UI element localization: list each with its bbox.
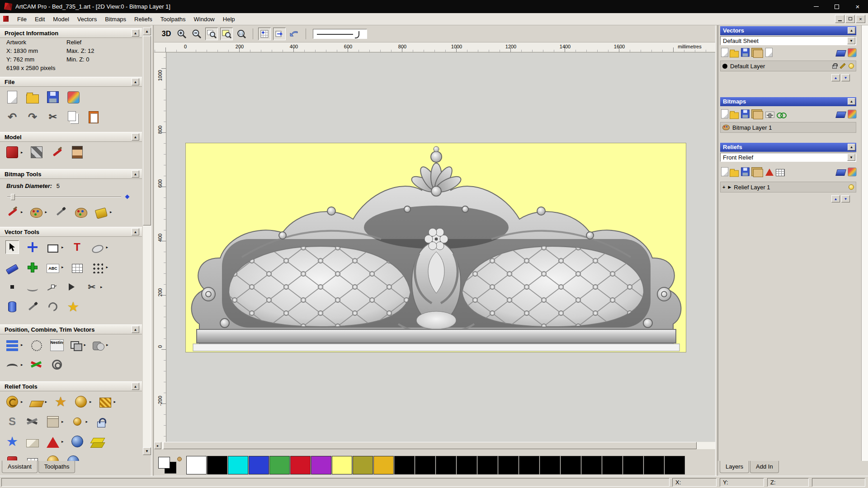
- extra-relief-button-4[interactable]: [66, 455, 80, 461]
- tab-assistant[interactable]: Assistant: [2, 460, 38, 473]
- flyout-arrow-icon[interactable]: ▸: [61, 439, 64, 444]
- palette-swatch[interactable]: [519, 456, 539, 474]
- bitmap-stack-button[interactable]: [753, 111, 763, 119]
- loop-tool-button[interactable]: [46, 300, 60, 314]
- edit-layer-icon[interactable]: [840, 63, 846, 69]
- menu-model[interactable]: Model: [49, 14, 73, 24]
- bitmap-blend-button[interactable]: [765, 112, 774, 118]
- menu-toolpaths[interactable]: Toolpaths: [156, 14, 190, 24]
- collapse-vectors-button[interactable]: ▲: [848, 27, 855, 34]
- zoom-in-button[interactable]: [175, 28, 188, 40]
- save-relief-layer-button[interactable]: [741, 168, 750, 176]
- palette-swatch[interactable]: [623, 456, 643, 474]
- zoom-out-button[interactable]: [190, 28, 203, 40]
- menu-reliefs[interactable]: Reliefs: [130, 14, 156, 24]
- palette-swatch[interactable]: [311, 456, 331, 474]
- relief-grid-button[interactable]: [776, 169, 785, 176]
- circular-copy-button[interactable]: [30, 338, 43, 352]
- arrow-tool-button[interactable]: [65, 280, 78, 294]
- smooth-relief-button[interactable]: [30, 395, 43, 408]
- new-bitmap-layer-button[interactable]: [721, 109, 728, 118]
- colour-palette-button[interactable]: [30, 205, 43, 219]
- horizontal-scrollbar[interactable]: ▸: [154, 442, 716, 449]
- palette-swatch[interactable]: [249, 456, 269, 474]
- swirl-relief-button[interactable]: [5, 395, 19, 408]
- ellipse-tool-button[interactable]: [91, 240, 104, 254]
- delete-relief-layer-button[interactable]: [835, 169, 846, 176]
- fillet-tool-button[interactable]: [5, 358, 19, 371]
- undo-button[interactable]: ↶: [5, 110, 19, 124]
- menu-file[interactable]: File: [13, 14, 31, 24]
- save-bitmap-layer-button[interactable]: [741, 110, 750, 118]
- bitmap-layer-row[interactable]: Bitmap Layer 1: [720, 122, 856, 133]
- extra-relief-button-1[interactable]: [5, 455, 19, 461]
- flyout-arrow-icon[interactable]: ▸: [21, 343, 23, 347]
- zoom-window-button[interactable]: [205, 28, 218, 40]
- palette-swatch[interactable]: [561, 456, 581, 474]
- flyout-arrow-icon[interactable]: ▸: [100, 285, 103, 289]
- relief-layer-row[interactable]: + ▶ Relief Layer 1: [720, 182, 856, 192]
- right-splitter[interactable]: [715, 25, 718, 476]
- import-export-button[interactable]: [66, 90, 80, 104]
- freehand-curve-button[interactable]: [26, 280, 39, 294]
- merge-relief-layers-button[interactable]: [848, 167, 856, 176]
- flyout-arrow-icon[interactable]: ▸: [61, 419, 64, 424]
- move-layer-down-button[interactable]: ▼: [841, 74, 850, 81]
- palette-swatch[interactable]: [228, 456, 248, 474]
- cut-button[interactable]: ✂: [46, 110, 60, 124]
- text-block-button[interactable]: ABC: [46, 260, 60, 274]
- new-model-button[interactable]: [5, 90, 19, 104]
- sheet-selector[interactable]: Default Sheet ▼: [720, 36, 856, 45]
- collapse-bitmaps-button[interactable]: ▲: [848, 98, 855, 105]
- lock-relief-button[interactable]: [94, 415, 108, 428]
- flyout-arrow-icon[interactable]: ▸: [106, 343, 108, 347]
- flyout-arrow-icon[interactable]: ▸: [106, 245, 108, 249]
- shape-editor-button[interactable]: [50, 145, 64, 159]
- flyout-arrow-icon[interactable]: ▸: [21, 362, 23, 367]
- primary-colour-swatch[interactable]: [158, 457, 170, 469]
- palette-swatch[interactable]: [665, 456, 685, 474]
- palette-swatch[interactable]: [436, 456, 456, 474]
- extra-relief-button-2[interactable]: [26, 455, 39, 461]
- envelope-relief-button[interactable]: [26, 435, 39, 448]
- scroll-up-button[interactable]: ▲: [143, 28, 151, 35]
- collapse-file-button[interactable]: ▲: [132, 78, 139, 85]
- scroll-left-button[interactable]: ▸: [154, 442, 161, 449]
- pick-colour-button[interactable]: [54, 205, 67, 219]
- transform-vectors-button[interactable]: [26, 240, 39, 254]
- line-style-selector[interactable]: [313, 29, 367, 39]
- minimize-button[interactable]: [806, 0, 826, 13]
- menu-edit[interactable]: Edit: [31, 14, 49, 24]
- collapse-position-combine-button[interactable]: ▲: [132, 326, 139, 333]
- flyout-arrow-icon[interactable]: ▸: [45, 210, 47, 214]
- palette-swatch[interactable]: [498, 456, 519, 474]
- model-sheet[interactable]: [185, 143, 686, 352]
- flyout-arrow-icon[interactable]: ▸: [106, 265, 108, 269]
- vector-layer-name[interactable]: Default Layer: [730, 63, 765, 70]
- nesting-button[interactable]: Nesting: [50, 338, 64, 352]
- relief-weave-button[interactable]: [26, 415, 39, 428]
- relief-stack-button[interactable]: [753, 169, 763, 177]
- copy-button[interactable]: [66, 110, 80, 124]
- mdi-restore-button[interactable]: [845, 15, 855, 23]
- layer-colour-dot-icon[interactable]: [722, 64, 727, 69]
- relief-visibility-icon[interactable]: [849, 184, 854, 190]
- tab-layers[interactable]: Layers: [720, 460, 749, 473]
- palette-swatch[interactable]: [290, 456, 311, 474]
- delete-vector-layer-button[interactable]: [835, 50, 846, 56]
- flyout-arrow-icon[interactable]: ▸: [110, 210, 112, 214]
- fan-relief-button[interactable]: [46, 435, 60, 448]
- block-array-button[interactable]: [91, 260, 104, 274]
- sculpt-button[interactable]: S: [5, 415, 19, 428]
- node-edit-button[interactable]: [46, 281, 58, 293]
- flyout-arrow-icon[interactable]: ▸: [21, 399, 23, 404]
- delete-bitmap-layer-button[interactable]: [835, 112, 846, 118]
- palette-swatch[interactable]: [394, 456, 415, 474]
- lock-layer-icon[interactable]: [832, 65, 837, 69]
- palette-swatch[interactable]: [581, 456, 602, 474]
- star-blue-relief-button[interactable]: ★: [5, 435, 19, 448]
- weld-vectors-button[interactable]: [93, 342, 104, 351]
- save-model-button[interactable]: [46, 90, 60, 104]
- link-bitmap-button[interactable]: [777, 112, 786, 118]
- copy-sheet-button[interactable]: [765, 48, 773, 57]
